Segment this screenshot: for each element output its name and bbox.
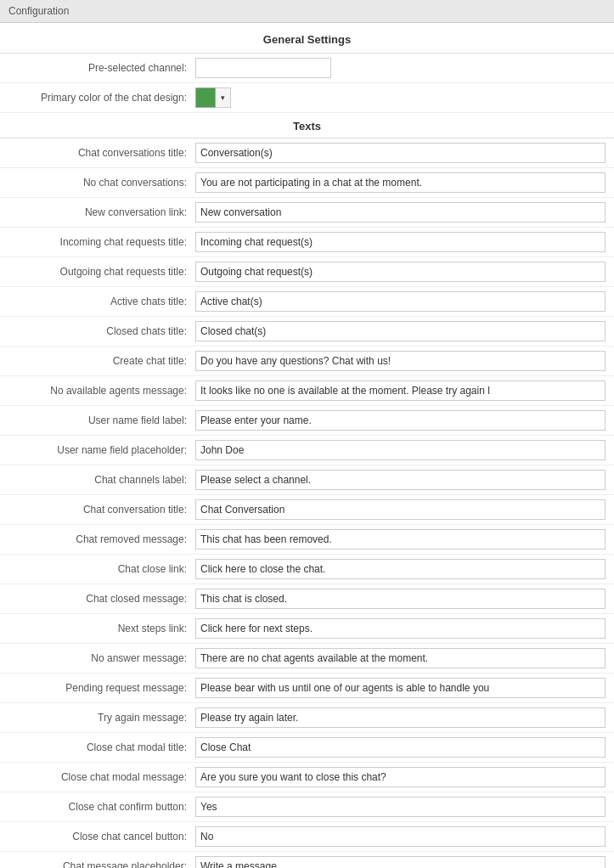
text-field-input-11[interactable] — [195, 470, 606, 490]
text-field-label-3: Incoming chat requests title: — [8, 236, 195, 248]
text-field-group-8: No available agents message: — [0, 376, 614, 406]
text-field-group-20: Close chat modal title: — [0, 733, 614, 763]
text-field-group-16: Next steps link: — [0, 614, 614, 644]
text-field-input-6[interactable] — [195, 321, 606, 341]
text-field-group-13: Chat removed message: — [0, 525, 614, 555]
text-field-group-9: User name field label: — [0, 406, 614, 436]
text-field-input-0[interactable] — [195, 143, 606, 163]
text-field-input-23[interactable] — [195, 826, 606, 847]
text-field-group-21: Close chat modal message: — [0, 763, 614, 792]
text-field-label-6: Closed chats title: — [8, 325, 195, 337]
text-field-group-19: Try again message: — [0, 703, 614, 733]
text-field-label-9: User name field label: — [8, 414, 195, 426]
text-field-label-15: Chat closed message: — [8, 593, 195, 605]
text-field-group-22: Close chat confirm button: — [0, 792, 614, 822]
text-field-label-0: Chat conversations title: — [8, 147, 195, 159]
text-field-label-22: Close chat confirm button: — [8, 801, 195, 813]
text-field-label-12: Chat conversation title: — [8, 504, 195, 516]
text-field-input-5[interactable] — [195, 291, 606, 312]
text-field-label-19: Try again message: — [8, 712, 195, 724]
text-field-label-4: Outgoing chat requests title: — [8, 266, 195, 278]
top-bar-label: Configuration — [8, 5, 69, 17]
text-field-input-2[interactable] — [195, 202, 606, 223]
text-field-input-8[interactable] — [195, 380, 606, 401]
general-settings-title: General Settings — [0, 23, 614, 54]
text-field-label-23: Close chat cancel button: — [8, 831, 195, 843]
text-field-label-20: Close chat modal title: — [8, 741, 195, 753]
top-bar: Configuration — [0, 0, 614, 23]
text-field-group-12: Chat conversation title: — [0, 495, 614, 525]
pre-selected-channel-label: Pre-selected channel: — [8, 62, 195, 74]
text-field-group-10: User name field placeholder: — [0, 436, 614, 465]
primary-color-group: Primary color of the chat design: ▾ — [0, 83, 614, 113]
text-field-input-19[interactable] — [195, 707, 606, 728]
text-field-label-11: Chat channels label: — [8, 474, 195, 486]
text-field-group-23: Close chat cancel button: — [0, 822, 614, 852]
text-field-group-5: Active chats title: — [0, 287, 614, 317]
text-field-input-12[interactable] — [195, 499, 606, 520]
text-field-label-16: Next steps link: — [8, 623, 195, 634]
color-swatch[interactable] — [195, 87, 216, 108]
text-field-label-24: Chat message placeholder: — [8, 860, 195, 868]
text-fields-container: Chat conversations title:No chat convers… — [0, 138, 614, 868]
text-field-group-4: Outgoing chat requests title: — [0, 257, 614, 287]
text-field-group-11: Chat channels label: — [0, 465, 614, 495]
text-field-label-21: Close chat modal message: — [8, 771, 195, 783]
text-field-input-3[interactable] — [195, 232, 606, 252]
text-field-input-15[interactable] — [195, 589, 606, 609]
color-picker-group: ▾ — [195, 87, 231, 108]
texts-section-title: Texts — [0, 113, 614, 138]
text-field-group-6: Closed chats title: — [0, 317, 614, 347]
text-field-group-2: New conversation link: — [0, 198, 614, 228]
text-field-label-13: Chat removed message: — [8, 533, 195, 545]
text-field-label-2: New conversation link: — [8, 206, 195, 218]
text-field-input-16[interactable] — [195, 618, 606, 639]
color-dropdown-arrow[interactable]: ▾ — [216, 87, 231, 108]
text-field-label-10: User name field placeholder: — [8, 444, 195, 456]
text-field-input-10[interactable] — [195, 440, 606, 460]
pre-selected-channel-group: Pre-selected channel: — [0, 54, 614, 83]
text-field-group-1: No chat conversations: — [0, 168, 614, 198]
text-field-input-21[interactable] — [195, 767, 606, 787]
text-field-input-13[interactable] — [195, 529, 606, 550]
text-field-input-20[interactable] — [195, 737, 606, 758]
text-field-group-15: Chat closed message: — [0, 584, 614, 614]
text-field-input-14[interactable] — [195, 559, 606, 579]
text-field-input-7[interactable] — [195, 351, 606, 371]
text-field-input-18[interactable] — [195, 678, 606, 698]
text-field-label-14: Chat close link: — [8, 563, 195, 575]
text-field-input-1[interactable] — [195, 172, 606, 193]
text-field-group-17: No answer message: — [0, 644, 614, 674]
text-field-input-9[interactable] — [195, 410, 606, 431]
text-field-group-7: Create chat title: — [0, 347, 614, 376]
main-container: General Settings Pre-selected channel: P… — [0, 23, 614, 868]
text-field-label-17: No answer message: — [8, 652, 195, 664]
text-field-label-5: Active chats title: — [8, 296, 195, 307]
text-field-input-24[interactable] — [195, 856, 606, 868]
text-field-input-22[interactable] — [195, 797, 606, 817]
primary-color-label: Primary color of the chat design: — [8, 92, 195, 104]
text-field-label-18: Pending request message: — [8, 682, 195, 694]
text-field-label-7: Create chat title: — [8, 355, 195, 367]
text-field-group-24: Chat message placeholder: — [0, 852, 614, 868]
text-field-group-0: Chat conversations title: — [0, 138, 614, 168]
text-field-group-18: Pending request message: — [0, 674, 614, 703]
text-field-input-4[interactable] — [195, 262, 606, 282]
text-field-group-14: Chat close link: — [0, 555, 614, 584]
text-field-group-3: Incoming chat requests title: — [0, 228, 614, 257]
text-field-input-17[interactable] — [195, 648, 606, 668]
pre-selected-channel-input[interactable] — [195, 58, 331, 78]
text-field-label-1: No chat conversations: — [8, 177, 195, 189]
text-field-label-8: No available agents message: — [8, 385, 195, 397]
